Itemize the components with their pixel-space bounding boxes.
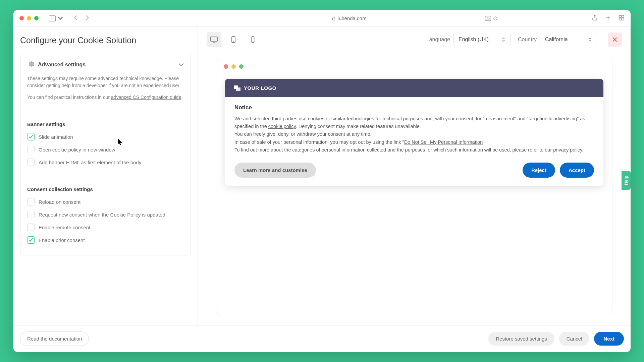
reader-icon[interactable]: 文A	[485, 16, 491, 21]
checkbox-icon	[27, 211, 35, 218]
mock-dot-green	[239, 64, 244, 69]
privacy-policy-link[interactable]: privacy policy	[553, 147, 582, 153]
svg-rect-0	[49, 15, 56, 21]
url-bar[interactable]: iubenda.com 文A	[197, 15, 501, 21]
docs-button[interactable]: Read the documentation	[20, 331, 89, 346]
svg-point-13	[253, 42, 253, 42]
close-icon	[612, 37, 618, 42]
country-label: Country	[518, 37, 537, 43]
minimize-window-icon[interactable]	[27, 16, 31, 20]
close-window-icon[interactable]	[19, 16, 24, 20]
new-tab-icon[interactable]	[605, 15, 611, 22]
share-icon[interactable]	[592, 15, 598, 22]
mock-window-header	[216, 59, 612, 74]
urlbar-actions: 文A	[485, 16, 498, 21]
close-preview-button[interactable]	[608, 33, 622, 47]
footer: Read the documentation Restore saved set…	[13, 325, 631, 352]
cb-enable-remote-consent[interactable]: Enable remote consent	[27, 224, 184, 231]
notice-actions: Learn more and customise Reject Accept	[234, 163, 594, 178]
preview-pane: Language English (UK) Country California	[198, 27, 631, 325]
svg-rect-6	[622, 15, 624, 17]
svg-text:文A: 文A	[486, 17, 491, 20]
mock-window: YOUR LOGO Notice We and selected third p…	[216, 59, 612, 315]
forward-button[interactable]	[85, 15, 90, 21]
toolbar-actions	[592, 15, 625, 22]
advanced-link-row: You can find practical instructions in o…	[27, 94, 184, 101]
do-not-sell-link[interactable]: Do Not Sell My Personal Information	[404, 139, 483, 145]
select-caret-icon	[588, 37, 592, 42]
device-toggle	[207, 32, 260, 47]
tabs-icon[interactable]	[619, 15, 625, 22]
lock-icon	[332, 16, 336, 20]
separator	[27, 176, 184, 176]
settings-pane: Configure your Cookie Solution Advanced …	[13, 27, 198, 325]
cb-request-new-consent[interactable]: Request new consent when the Cookie Poli…	[27, 211, 184, 218]
language-select[interactable]: English (UK)	[453, 33, 511, 46]
preview-header: Language English (UK) Country California	[198, 27, 631, 52]
svg-point-11	[233, 42, 234, 42]
gear-icon	[27, 60, 35, 69]
refresh-icon[interactable]	[493, 16, 498, 21]
reject-button[interactable]: Reject	[523, 163, 555, 178]
device-desktop[interactable]	[207, 32, 221, 47]
cb-banner-first-element[interactable]: Add banner HTML as first element of the …	[27, 159, 184, 166]
svg-rect-7	[619, 18, 621, 20]
cookie-notice: YOUR LOGO Notice We and selected third p…	[225, 79, 603, 186]
cursor-icon	[117, 138, 123, 145]
back-button[interactable]	[73, 15, 78, 21]
advanced-settings-card: Advanced settings These settings may req…	[20, 54, 191, 255]
notice-title: Notice	[234, 104, 594, 111]
notice-content: Notice We and selected third parties use…	[225, 97, 603, 186]
help-tab[interactable]: Help	[622, 171, 631, 190]
checkbox-icon	[27, 146, 35, 153]
sidebar-toggle[interactable]	[49, 15, 64, 21]
settings-header: Configure your Cookie Solution	[13, 27, 198, 54]
banner-settings-heading: Banner settings	[27, 121, 184, 127]
language-label: Language	[426, 37, 450, 43]
advanced-settings-toggle[interactable]: Advanced settings	[27, 60, 184, 69]
cb-open-new-window[interactable]: Open cookie policy in new window	[27, 146, 184, 153]
cs-guide-link[interactable]: advanced CS Configuration guide	[111, 95, 181, 100]
cb-enable-prior-consent[interactable]: Enable prior consent	[27, 236, 184, 244]
next-button[interactable]: Next	[594, 332, 624, 346]
accept-button[interactable]: Accept	[560, 163, 594, 178]
country-selector-wrap: Country California	[518, 33, 597, 46]
checkbox-icon	[27, 224, 35, 231]
cb-slide-animation[interactable]: Slide animation	[27, 133, 184, 140]
app-body: Configure your Cookie Solution Advanced …	[13, 27, 631, 325]
chevron-down-icon	[178, 62, 184, 68]
nav-arrows	[73, 15, 90, 21]
mock-dot-red	[224, 64, 228, 69]
language-selector-wrap: Language English (UK)	[426, 33, 511, 46]
learn-more-button[interactable]: Learn more and customise	[234, 163, 316, 178]
zoom-window-icon[interactable]	[34, 16, 39, 20]
restore-button[interactable]: Restore saved settings	[488, 332, 554, 346]
separator	[27, 111, 184, 111]
advanced-note: These settings may require some advanced…	[27, 75, 184, 89]
checkbox-icon	[27, 198, 35, 205]
accordion-label: Advanced settings	[38, 62, 175, 68]
notice-body: We and selected third parties use cookie…	[234, 115, 594, 154]
page-title: Configure your Cookie Solution	[20, 36, 191, 45]
select-caret-icon	[501, 37, 505, 42]
mock-dot-yellow	[231, 64, 236, 69]
preview-area: YOUR LOGO Notice We and selected third p…	[198, 52, 631, 325]
device-tablet[interactable]	[226, 32, 241, 47]
cookie-policy-link[interactable]: cookie policy	[268, 124, 296, 129]
cb-reload-consent[interactable]: Reload on consent	[27, 198, 184, 205]
svg-rect-2	[332, 18, 335, 20]
url-host: iubenda.com	[338, 15, 367, 21]
notice-brandbar: YOUR LOGO	[225, 79, 603, 97]
svg-rect-8	[622, 18, 624, 20]
logo-icon	[234, 85, 240, 91]
cancel-button[interactable]: Cancel	[559, 332, 590, 346]
svg-rect-5	[619, 15, 621, 17]
country-select[interactable]: California	[540, 33, 597, 46]
window-controls	[19, 16, 39, 20]
checkbox-icon	[27, 159, 35, 166]
svg-rect-9	[211, 37, 217, 41]
device-mobile[interactable]	[246, 32, 260, 47]
svg-rect-15	[236, 87, 240, 91]
checkbox-icon	[27, 133, 35, 140]
browser-titlebar: iubenda.com 文A	[13, 10, 631, 27]
